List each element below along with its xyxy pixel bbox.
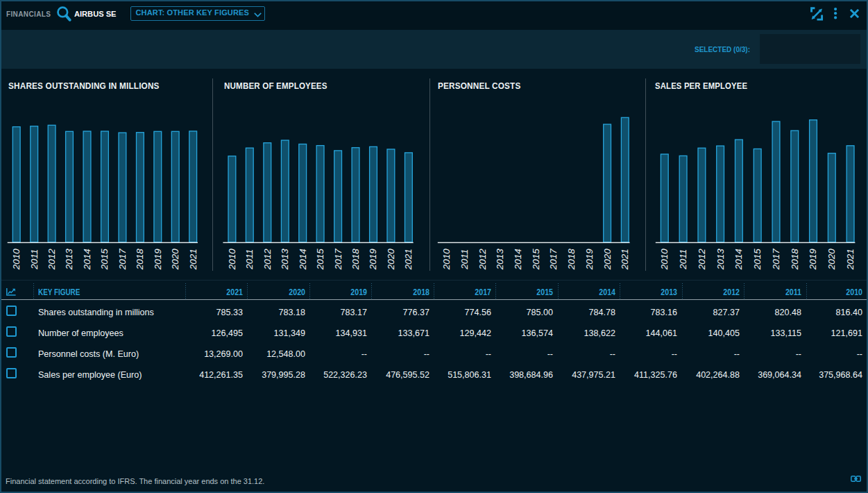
svg-text:2013: 2013 bbox=[495, 249, 505, 271]
svg-text:2015: 2015 bbox=[315, 249, 325, 271]
svg-text:2021: 2021 bbox=[403, 249, 414, 270]
svg-text:2014: 2014 bbox=[82, 249, 92, 270]
svg-text:2018: 2018 bbox=[135, 249, 145, 271]
svg-text:2017: 2017 bbox=[771, 249, 781, 271]
svg-text:2013: 2013 bbox=[280, 249, 290, 271]
svg-text:2018: 2018 bbox=[350, 249, 361, 271]
svg-text:2020: 2020 bbox=[170, 249, 180, 271]
svg-text:2018: 2018 bbox=[790, 249, 800, 271]
svg-text:2019: 2019 bbox=[808, 249, 819, 271]
svg-text:2015: 2015 bbox=[752, 249, 763, 271]
svg-text:2020: 2020 bbox=[602, 249, 613, 271]
svg-text:2020: 2020 bbox=[386, 249, 396, 271]
svg-text:2019: 2019 bbox=[584, 249, 595, 271]
svg-text:2012: 2012 bbox=[262, 249, 273, 271]
svg-text:2020: 2020 bbox=[826, 249, 837, 271]
svg-text:2019: 2019 bbox=[153, 249, 163, 271]
svg-text:2017: 2017 bbox=[549, 249, 559, 271]
svg-text:2013: 2013 bbox=[715, 249, 726, 271]
svg-text:2011: 2011 bbox=[29, 249, 40, 270]
svg-text:2017: 2017 bbox=[117, 249, 128, 271]
svg-text:2010: 2010 bbox=[11, 249, 22, 271]
svg-text:2010: 2010 bbox=[441, 249, 452, 271]
svg-text:2021: 2021 bbox=[845, 249, 856, 270]
svg-text:2018: 2018 bbox=[566, 249, 577, 271]
svg-text:2021: 2021 bbox=[620, 249, 630, 270]
svg-text:2013: 2013 bbox=[65, 249, 75, 271]
svg-text:2014: 2014 bbox=[733, 249, 744, 270]
svg-text:2014: 2014 bbox=[513, 249, 523, 270]
svg-text:2019: 2019 bbox=[368, 249, 379, 271]
svg-text:2017: 2017 bbox=[333, 249, 343, 271]
svg-text:2014: 2014 bbox=[298, 249, 308, 270]
svg-text:2012: 2012 bbox=[697, 249, 707, 271]
svg-text:2021: 2021 bbox=[188, 249, 198, 270]
svg-text:2012: 2012 bbox=[46, 249, 57, 271]
svg-text:2011: 2011 bbox=[244, 249, 255, 270]
svg-text:2010: 2010 bbox=[659, 249, 670, 271]
svg-text:2011: 2011 bbox=[459, 249, 470, 270]
svg-text:2015: 2015 bbox=[100, 249, 110, 271]
svg-text:2011: 2011 bbox=[678, 249, 688, 270]
svg-text:2012: 2012 bbox=[477, 249, 488, 271]
svg-text:2010: 2010 bbox=[227, 249, 237, 271]
svg-text:2015: 2015 bbox=[531, 249, 541, 271]
